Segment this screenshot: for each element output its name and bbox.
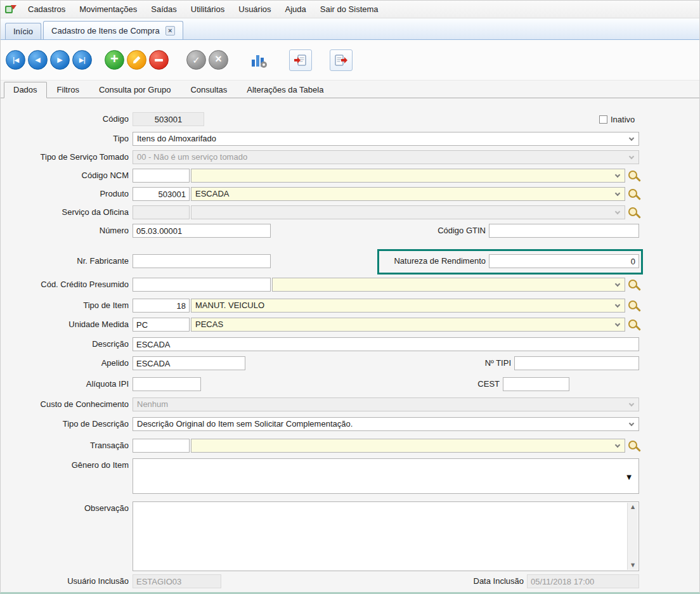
tipo-descricao-dropdown[interactable]: Descrição Original do Item sem Solicitar… <box>133 417 639 431</box>
import-table-button[interactable] <box>289 49 312 71</box>
unidade-medida-combo[interactable]: PECAS <box>191 318 625 332</box>
chevron-down-icon <box>629 401 634 406</box>
descricao-input[interactable] <box>133 337 639 351</box>
row-observacao: Observação <box>1 501 699 571</box>
form-tab-alteracoes-da-tabela[interactable]: Alterações da Tabela <box>237 82 333 98</box>
tipo-descricao-label: Tipo de Descrição <box>1 417 129 431</box>
tipo-de-item-combo[interactable]: MANUT. VEICULO <box>191 299 625 313</box>
menu-cadastros[interactable]: Cadastros <box>21 1 72 18</box>
tipo-de-item-code-input[interactable] <box>133 299 190 313</box>
produto-combo-value: ESCADA <box>195 189 229 198</box>
unidade-medida-search-icon[interactable] <box>628 320 637 328</box>
document-export-icon <box>334 54 348 67</box>
chevron-down-icon <box>615 281 620 287</box>
unidade-medida-code-input[interactable] <box>133 318 190 332</box>
confirm-button[interactable] <box>186 50 206 70</box>
form-tab-dados[interactable]: Dados <box>4 82 47 98</box>
cod-credito-presumido-input[interactable] <box>133 278 271 292</box>
scroll-up-icon[interactable] <box>631 505 635 510</box>
codigo-ncm-search-icon[interactable] <box>628 171 637 179</box>
cod-credito-presumido-combo[interactable] <box>272 278 625 292</box>
chevron-down-icon[interactable] <box>626 472 632 481</box>
genero-item-combo[interactable] <box>133 458 639 494</box>
menu-ajuda[interactable]: Ajuda <box>278 1 313 18</box>
chevron-down-icon <box>615 191 620 196</box>
export-table-button[interactable] <box>330 49 353 71</box>
usuario-inclusao-label: Usuário Inclusão <box>1 574 129 588</box>
inativo-checkbox[interactable]: Inativo <box>599 112 635 126</box>
row-tipo-servico-tomado: Tipo de Serviço Tomado 00 - Não é um ser… <box>1 150 699 164</box>
transacao-combo[interactable] <box>191 439 625 453</box>
tipo-dropdown-value: Itens do Almoxarifado <box>137 134 216 143</box>
codigo-gtin-input[interactable] <box>489 224 639 238</box>
app-logo-icon <box>4 4 17 15</box>
natureza-rendimento-input[interactable] <box>489 254 639 268</box>
row-codigo-ncm: Código NCM <box>1 169 699 183</box>
row-servico-oficina: Serviço da Oficina <box>1 205 699 219</box>
menu-utilitarios[interactable]: Utilitários <box>184 1 231 18</box>
row-transacao: Transação <box>1 439 699 453</box>
produto-code-input[interactable] <box>133 187 190 201</box>
tipo-dropdown[interactable]: Itens do Almoxarifado <box>133 132 639 146</box>
tipo-servico-tomado-value: 00 - Não é um serviço tomado <box>137 152 247 162</box>
add-record-button[interactable] <box>105 50 124 70</box>
menu-sair-do-sistema[interactable]: Sair do Sistema <box>313 1 386 18</box>
chevron-down-icon <box>615 302 620 307</box>
transacao-search-icon[interactable] <box>628 441 637 449</box>
tab-cadastro-itens-compra[interactable]: Cadastro de Itens de Compra <box>43 21 183 39</box>
next-record-button[interactable] <box>50 50 70 70</box>
tipo-descricao-value: Descrição Original do Item sem Solicitar… <box>137 419 353 429</box>
produto-combo[interactable]: ESCADA <box>191 187 625 201</box>
chart-settings-button[interactable] <box>247 49 270 71</box>
genero-item-label: Gênero do Item <box>1 458 129 472</box>
app-window: Cadastros Movimentações Saídas Utilitári… <box>0 0 700 594</box>
delete-record-button[interactable] <box>149 50 169 70</box>
codigo-gtin-label: Código GTIN <box>343 224 486 238</box>
chevron-down-icon <box>615 209 620 214</box>
tipo-servico-tomado-label: Tipo de Serviço Tomado <box>1 150 129 164</box>
menu-saidas[interactable]: Saídas <box>144 1 183 18</box>
data-inclusao-input <box>527 574 639 588</box>
form-tab-consultas[interactable]: Consultas <box>181 82 237 98</box>
servico-oficina-input <box>133 205 190 219</box>
edit-record-button[interactable] <box>127 50 146 70</box>
checkbox-icon[interactable] <box>599 115 607 124</box>
n-tipi-input[interactable] <box>514 356 639 370</box>
tab-close-icon[interactable] <box>165 26 175 36</box>
tab-inicio[interactable]: Início <box>5 23 41 39</box>
first-record-button[interactable] <box>6 50 25 70</box>
tipo-label: Tipo <box>1 132 129 146</box>
codigo-ncm-input[interactable] <box>133 169 190 183</box>
transacao-input[interactable] <box>133 439 190 453</box>
codigo-ncm-combo[interactable] <box>191 169 625 183</box>
nr-fabricante-input[interactable] <box>133 254 271 268</box>
form-tab-strip: Dados Filtros Consulta por Grupo Consult… <box>1 81 699 98</box>
row-descricao: Descrição <box>1 337 699 351</box>
window-tab-bar: Início Cadastro de Itens de Compra <box>1 18 699 40</box>
apelido-label: Apelido <box>1 356 129 370</box>
inativo-label: Inativo <box>611 115 635 124</box>
previous-record-button[interactable] <box>28 50 48 70</box>
tipo-de-item-search-icon[interactable] <box>628 300 637 309</box>
form-tab-filtros[interactable]: Filtros <box>48 82 89 98</box>
servico-oficina-search-icon[interactable] <box>628 207 637 216</box>
form-tab-consulta-por-grupo[interactable]: Consulta por Grupo <box>89 82 180 98</box>
observacao-textarea[interactable] <box>133 501 639 571</box>
cod-credito-presumido-search-icon[interactable] <box>628 280 637 288</box>
tipo-de-item-label: Tipo de Item <box>1 299 129 313</box>
aliquota-ipi-input[interactable] <box>133 377 201 391</box>
apelido-input[interactable] <box>133 356 245 370</box>
row-apelido: Apelido Nº TIPI <box>1 356 699 370</box>
produto-label: Produto <box>1 187 129 201</box>
cest-input[interactable] <box>503 377 569 391</box>
natureza-rendimento-label: Natureza de Rendimento <box>343 254 486 268</box>
last-record-button[interactable] <box>72 50 92 70</box>
menu-usuarios[interactable]: Usuários <box>231 1 278 18</box>
menu-movimentacoes[interactable]: Movimentações <box>72 1 144 18</box>
numero-input[interactable] <box>133 224 271 238</box>
observacao-scrollbar[interactable] <box>627 503 638 570</box>
row-nr-fabricante: Nr. Fabricante Natureza de Rendimento <box>1 254 699 268</box>
scroll-down-icon[interactable] <box>631 563 635 568</box>
produto-search-icon[interactable] <box>628 189 637 198</box>
cancel-button[interactable] <box>209 50 228 70</box>
